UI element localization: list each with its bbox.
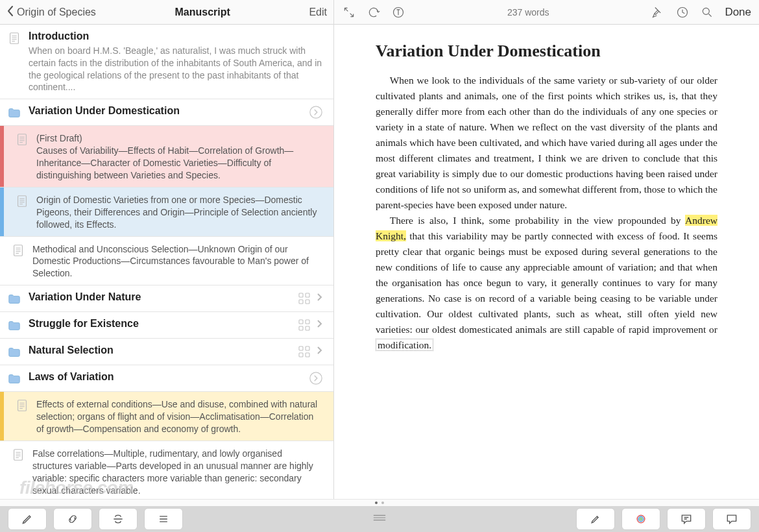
chevron-right-icon[interactable] [317,346,323,357]
folder-icon [7,345,21,359]
annotation-button[interactable] [712,508,751,530]
row-body: Origin of Domestic Varieties from one or… [36,193,327,231]
svg-point-28 [638,516,644,522]
word-count: 237 words [507,7,549,18]
binder-header: Origin of Species Manuscript Edit [0,0,333,25]
link-button[interactable] [53,508,92,530]
binder-folder-row[interactable]: Variation Under Domestication [0,99,333,126]
color-button[interactable] [621,508,660,530]
binder-document-row[interactable]: (First Draft)Causes of Variability—Effec… [0,126,333,187]
compose-button[interactable] [8,508,47,530]
binder-folder-row[interactable]: Natural Selection [0,339,333,365]
row-trailing [309,371,327,385]
svg-rect-15 [299,353,303,357]
row-body: IntroductionWhen on board H.M.S. 'Beagle… [29,30,327,93]
disclosure-icon[interactable] [309,371,323,385]
comment-button[interactable] [667,508,706,530]
svg-rect-9 [299,320,303,324]
document-icon [15,132,29,147]
highlighter-button[interactable] [576,508,615,530]
svg-rect-13 [299,346,303,350]
corkboard-icon[interactable] [298,319,310,331]
row-subtitle: Methodical and Unconscious Selection—Unk… [32,243,323,280]
row-trailing [298,346,327,357]
corkboard-icon[interactable] [298,293,310,304]
document-icon [11,448,25,462]
toolbar-center [189,513,570,525]
binder-folder-row[interactable]: Laws of Variation [0,365,333,392]
history-icon[interactable] [675,5,690,19]
svg-rect-11 [299,326,303,330]
row-subtitle: False correlations—Multiple, rudimentary… [32,448,323,497]
svg-rect-14 [306,346,309,350]
editor-body[interactable]: Variation Under Domestication When we lo… [334,25,759,499]
svg-rect-0 [10,33,19,44]
sync-icon[interactable] [367,5,381,19]
row-body: False correlations—Multiple, rudimentary… [32,446,327,497]
binder-document-row[interactable]: False correlations—Multiple, rudimentary… [0,441,333,499]
edit-button[interactable]: Edit [309,6,327,18]
svg-rect-8 [306,300,309,304]
svg-point-17 [310,372,322,384]
binder-document-row[interactable]: Effects of external conditions—Use and d… [0,392,333,441]
svg-rect-16 [306,353,309,357]
binder-folder-row[interactable]: Struggle for Existence [0,312,333,339]
binder-folder-row[interactable]: Variation Under Nature [0,285,333,312]
folder-icon [7,292,21,306]
chevron-right-icon[interactable] [317,319,323,331]
svg-point-1 [310,106,322,118]
row-trailing [298,319,327,331]
cursor-selection: modification. [376,339,433,351]
row-body: Laws of Variation [29,370,309,384]
row-trailing [309,105,327,119]
svg-rect-5 [299,293,303,297]
chevron-right-icon[interactable] [317,293,323,304]
folder-icon [7,372,21,386]
row-subtitle: When on board H.M.S. 'Beagle,' as natura… [29,45,323,94]
back-button[interactable]: Origin of Species [6,5,96,19]
row-trailing [298,293,327,304]
binder-list[interactable]: IntroductionWhen on board H.M.S. 'Beagle… [0,25,333,499]
expand-icon[interactable] [342,5,356,19]
row-body: Effects of external conditions—Use and d… [36,397,327,435]
paragraph-1: When we look to the individuals of the s… [376,73,717,213]
svg-rect-19 [14,450,23,461]
svg-rect-10 [306,320,309,324]
search-icon[interactable] [700,5,714,19]
row-subtitle: Effects of external conditions—Use and d… [36,398,323,435]
row-body: Natural Selection [29,344,298,357]
grip-icon[interactable] [372,513,387,525]
bottom-toolbar [0,506,759,532]
binder-document-row[interactable]: Origin of Domestic Varieties from one or… [0,187,333,237]
row-title: Introduction [29,30,323,43]
row-body: Variation Under Domestication [29,104,309,118]
chevron-left-icon [6,5,14,19]
done-button[interactable]: Done [725,6,751,19]
color-label [0,392,4,441]
editor-pane: 237 words Done Variation Under Domestica… [334,0,759,499]
row-title: Natural Selection [29,344,295,357]
document-icon [15,194,29,208]
list-button[interactable] [144,508,183,530]
document-title: Variation Under Domestication [376,42,717,61]
strikethrough-button[interactable] [99,508,138,530]
svg-rect-4 [14,245,23,256]
row-body: Variation Under Nature [29,291,298,304]
back-label: Origin of Species [17,6,96,18]
row-title: Variation Under Domestication [29,104,305,118]
row-title: Struggle for Existence [29,317,295,331]
p2-text-a: There is also, I think, some probability… [390,215,685,226]
binder-document-row[interactable]: IntroductionWhen on board H.M.S. 'Beagle… [0,25,333,99]
folder-icon [7,106,21,120]
typewriter-icon[interactable] [391,5,405,19]
page-dot [375,502,378,504]
page-indicator [0,499,759,506]
pin-icon[interactable] [651,5,665,19]
app-root: Origin of Species Manuscript Edit Introd… [0,0,759,532]
svg-rect-7 [299,300,303,304]
row-title: Variation Under Nature [29,291,295,304]
corkboard-icon[interactable] [298,346,310,357]
disclosure-icon[interactable] [309,105,323,119]
binder-document-row[interactable]: Methodical and Unconscious Selection—Unk… [0,237,333,286]
panes: Origin of Species Manuscript Edit Introd… [0,0,759,499]
